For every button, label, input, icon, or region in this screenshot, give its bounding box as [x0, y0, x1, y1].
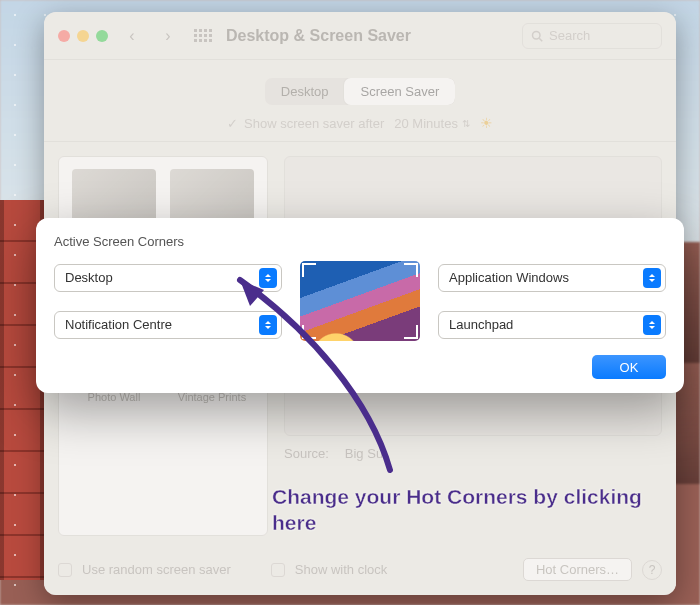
chevron-up-down-icon	[259, 268, 277, 288]
clock-checkbox[interactable]	[271, 563, 285, 577]
svg-line-1	[539, 38, 542, 41]
corner-bottom-left-value: Notification Centre	[65, 317, 172, 332]
clock-label: Show with clock	[295, 562, 387, 577]
ok-button[interactable]: OK	[592, 355, 666, 379]
close-icon[interactable]	[58, 30, 70, 42]
corner-marker-icon	[302, 325, 316, 339]
search-icon	[531, 30, 543, 42]
help-button[interactable]: ?	[642, 560, 662, 580]
corners-thumbnail	[300, 261, 420, 341]
random-checkbox[interactable]	[58, 563, 72, 577]
chevron-up-down-icon	[643, 268, 661, 288]
corner-marker-icon	[404, 325, 418, 339]
search-field[interactable]: Search	[522, 23, 662, 49]
chevron-up-down-icon	[643, 315, 661, 335]
start-after-row: Show screen saver after 20 Minutes ⇅ ☀︎	[44, 115, 676, 142]
after-duration-stepper[interactable]: 20 Minutes ⇅	[394, 116, 470, 131]
source-value[interactable]: Big Sur	[345, 446, 388, 461]
search-placeholder: Search	[549, 28, 590, 43]
corner-marker-icon	[302, 263, 316, 277]
corner-top-left-value: Desktop	[65, 270, 113, 285]
traffic-lights[interactable]	[58, 30, 108, 42]
show-after-checkbox[interactable]: Show screen saver after	[227, 116, 384, 131]
random-label: Use random screen saver	[82, 562, 231, 577]
window-title: Desktop & Screen Saver	[226, 27, 411, 45]
annotation-text: Change your Hot Corners by clicking here	[272, 484, 652, 537]
zoom-icon[interactable]	[96, 30, 108, 42]
corner-bottom-right-value: Launchpad	[449, 317, 513, 332]
window-toolbar: ‹ › Desktop & Screen Saver Search	[44, 12, 676, 60]
corner-bottom-right-dropdown[interactable]: Launchpad	[438, 311, 666, 339]
corner-bottom-left-dropdown[interactable]: Notification Centre	[54, 311, 282, 339]
sheet-heading: Active Screen Corners	[54, 234, 666, 249]
hot-corners-button[interactable]: Hot Corners…	[523, 558, 632, 581]
corner-marker-icon	[404, 263, 418, 277]
forward-button[interactable]: ›	[156, 24, 180, 48]
corner-top-left-dropdown[interactable]: Desktop	[54, 264, 282, 292]
after-duration-value: 20 Minutes	[394, 116, 458, 131]
minimize-icon[interactable]	[77, 30, 89, 42]
chevron-up-down-icon	[259, 315, 277, 335]
svg-point-0	[533, 31, 541, 39]
show-all-icon[interactable]	[192, 25, 214, 47]
corner-top-right-value: Application Windows	[449, 270, 569, 285]
back-button[interactable]: ‹	[120, 24, 144, 48]
warning-icon: ☀︎	[480, 115, 493, 131]
tab-screen-saver[interactable]: Screen Saver	[344, 78, 455, 105]
tab-group: Desktop Screen Saver	[265, 78, 455, 105]
stepper-caret-icon: ⇅	[462, 118, 470, 129]
tab-desktop[interactable]: Desktop	[265, 78, 345, 105]
corner-top-right-dropdown[interactable]: Application Windows	[438, 264, 666, 292]
source-label: Source:	[284, 446, 329, 461]
bottom-row: Use random screen saver Show with clock …	[58, 558, 662, 581]
hot-corners-sheet: Active Screen Corners Desktop Applicatio…	[36, 218, 684, 393]
